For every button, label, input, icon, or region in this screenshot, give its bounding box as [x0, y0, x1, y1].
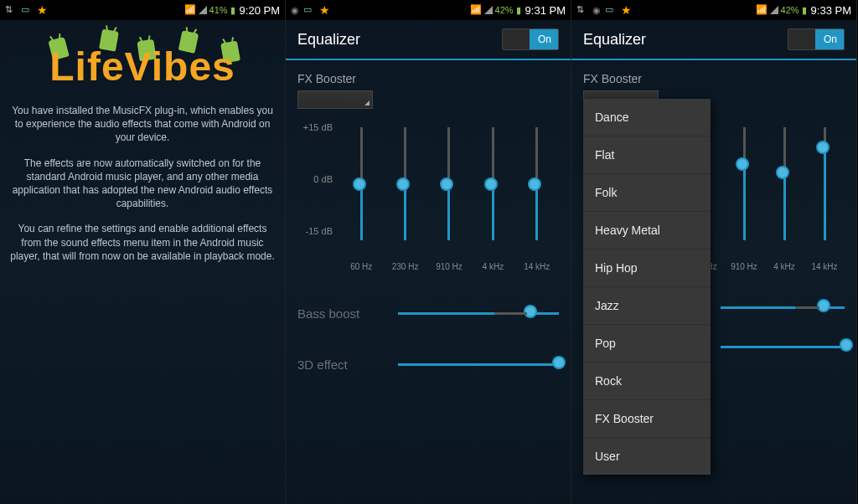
- preset-option-rock[interactable]: Rock: [583, 363, 711, 400]
- wifi-icon: 📶: [184, 4, 196, 16]
- battery-icon: ▮: [230, 5, 235, 16]
- eq-slider-910hz[interactable]: [743, 127, 746, 240]
- status-time: 9:20 PM: [240, 4, 280, 17]
- eq-slider-14khz[interactable]: [535, 127, 538, 240]
- intro-paragraph: You have installed the MusicFX plug-in, …: [7, 104, 278, 145]
- picture-icon: ▭: [303, 4, 315, 16]
- screen-lifevibes-intro: ⇅ ▭ ★ 📶 41% ▮ 9:20 PM LifeVibes You have…: [0, 0, 286, 504]
- preset-label: FX Booster: [583, 72, 845, 85]
- logo-area: LifeVibes: [0, 20, 285, 95]
- intro-paragraph: The effects are now automatically switch…: [7, 157, 278, 211]
- picture-icon: ▭: [605, 4, 617, 16]
- app-logo-text: LifeVibes: [8, 44, 277, 90]
- preset-option-fx-booster[interactable]: FX Booster: [583, 400, 711, 438]
- usb-icon: ⇅: [5, 4, 17, 16]
- app-header: Equalizer On: [571, 20, 856, 60]
- band-freq-label: 14 kHz: [811, 262, 837, 271]
- equalizer-toggle[interactable]: On: [788, 28, 845, 50]
- status-bar: ⇅ ▭ ★ 📶 41% ▮ 9:20 PM: [0, 0, 285, 20]
- status-bar: ⇅ ◉ ▭ ★ 📶 42% ▮ 9:33 PM: [571, 0, 856, 20]
- equalizer-toggle[interactable]: On: [502, 28, 559, 50]
- signal-icon: [199, 6, 207, 14]
- eq-slider-4khz[interactable]: [492, 127, 494, 240]
- band-freq-label: 14 kHz: [524, 262, 550, 271]
- battery-percent: 41%: [209, 5, 228, 15]
- status-time: 9:33 PM: [811, 4, 851, 17]
- bass-boost-label: Bass boost: [297, 306, 398, 321]
- record-icon: ◉: [592, 5, 601, 16]
- wifi-icon: 📶: [756, 4, 768, 16]
- preset-option-folk[interactable]: Folk: [583, 174, 711, 212]
- app-header: Equalizer On: [286, 20, 571, 60]
- band-freq-label: 910 Hz: [436, 262, 463, 271]
- picture-icon: ▭: [21, 4, 33, 16]
- screen-equalizer-dropdown: ⇅ ◉ ▭ ★ 📶 42% ▮ 9:33 PM Equalizer On FX …: [571, 0, 857, 504]
- 3d-effect-slider[interactable]: [721, 346, 845, 348]
- status-time: 9:31 PM: [525, 4, 566, 17]
- band-freq-label: 910 Hz: [731, 262, 757, 271]
- preset-label: FX Booster: [297, 72, 559, 85]
- star-icon: ★: [37, 3, 48, 17]
- preset-option-user[interactable]: User: [583, 438, 711, 475]
- battery-percent: 42%: [781, 5, 799, 15]
- usb-icon: ⇅: [576, 4, 588, 16]
- preset-option-hip-hop[interactable]: Hip Hop: [583, 249, 711, 287]
- eq-slider-14khz[interactable]: [824, 127, 826, 240]
- band-freq-label: 230 Hz: [392, 262, 419, 271]
- page-title: Equalizer: [583, 31, 646, 49]
- battery-icon: ▮: [802, 5, 807, 16]
- eq-slider-910hz[interactable]: [447, 127, 450, 240]
- battery-percent: 42%: [495, 5, 514, 15]
- bass-boost-slider[interactable]: [721, 306, 845, 309]
- band-freq-label: 4 kHz: [483, 262, 504, 271]
- preset-dropdown-menu: Dance Flat Folk Heavy Metal Hip Hop Jazz…: [583, 99, 711, 475]
- eq-slider-60hz[interactable]: [360, 127, 363, 240]
- preset-option-heavy-metal[interactable]: Heavy Metal: [583, 212, 711, 249]
- preset-option-dance[interactable]: Dance: [583, 99, 711, 136]
- status-bar: ◉ ▭ ★ 📶 42% ▮ 9:31 PM: [286, 0, 571, 20]
- preset-option-jazz[interactable]: Jazz: [583, 287, 711, 325]
- battery-icon: ▮: [516, 5, 521, 16]
- eq-slider-230hz[interactable]: [404, 127, 406, 240]
- band-freq-label: 4 kHz: [773, 262, 795, 271]
- equalizer-bands: +15 dB 0 dB -15 dB: [297, 117, 559, 257]
- intro-text: You have installed the MusicFX plug-in, …: [0, 95, 285, 283]
- 3d-effect-label: 3D effect: [297, 357, 398, 372]
- bass-boost-slider[interactable]: [398, 312, 559, 315]
- eq-slider-4khz[interactable]: [783, 127, 786, 240]
- db-scale: +15 dB 0 dB -15 dB: [297, 122, 339, 236]
- preset-option-flat[interactable]: Flat: [583, 136, 711, 174]
- band-freq-label: 60 Hz: [350, 262, 372, 271]
- signal-icon: [770, 6, 778, 14]
- wifi-icon: 📶: [470, 4, 482, 16]
- 3d-effect-slider[interactable]: [398, 363, 559, 366]
- page-title: Equalizer: [297, 31, 360, 49]
- record-icon: ◉: [291, 5, 299, 16]
- star-icon: ★: [319, 3, 330, 17]
- star-icon: ★: [621, 3, 632, 17]
- preset-option-pop[interactable]: Pop: [583, 325, 711, 363]
- intro-paragraph: You can refine the settings and enable a…: [7, 222, 278, 263]
- preset-dropdown[interactable]: [297, 90, 373, 109]
- screen-equalizer: ◉ ▭ ★ 📶 42% ▮ 9:31 PM Equalizer On FX Bo…: [286, 0, 571, 504]
- signal-icon: [484, 6, 493, 14]
